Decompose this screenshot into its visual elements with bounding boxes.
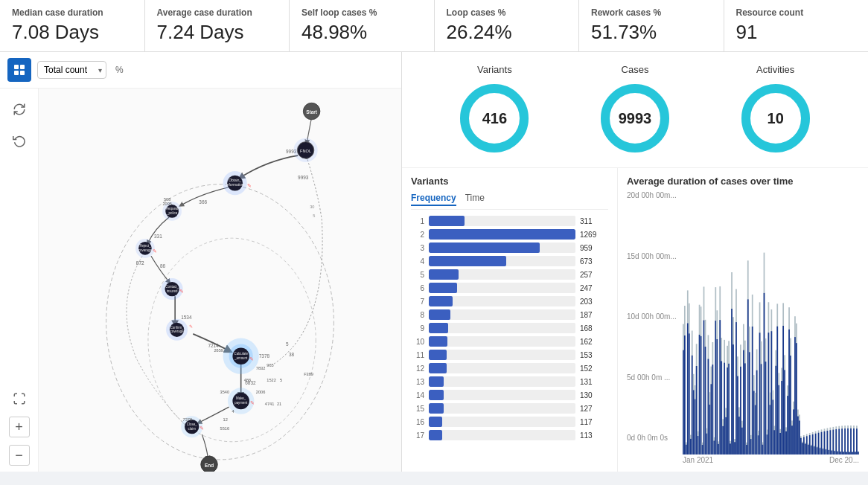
x-axis: Jan 2021Dec 20... bbox=[683, 456, 859, 464]
zoom-in-btn[interactable]: + bbox=[9, 417, 30, 437]
variant-row[interactable]: 4 673 bbox=[411, 256, 608, 266]
variant-row[interactable]: 8 187 bbox=[411, 309, 608, 320]
variant-num: 17 bbox=[411, 431, 424, 440]
svg-rect-323 bbox=[852, 452, 853, 455]
svg-rect-141 bbox=[718, 444, 719, 455]
variant-bar-wrap bbox=[429, 390, 575, 400]
variants-list: 1 311 2 1269 3 959 4 673 5 bbox=[411, 216, 608, 464]
svg-rect-123 bbox=[705, 347, 706, 455]
variant-row[interactable]: 2 1269 bbox=[411, 229, 608, 240]
svg-text:Confirm_: Confirm_ bbox=[170, 326, 184, 330]
tab-frequency[interactable]: Frequency bbox=[411, 193, 456, 206]
svg-rect-309 bbox=[841, 428, 843, 455]
variant-row[interactable]: 11 153 bbox=[411, 350, 608, 360]
metric-dropdown-wrap[interactable]: Total count bbox=[37, 61, 106, 79]
svg-rect-225 bbox=[779, 433, 781, 455]
variant-bar-wrap bbox=[429, 417, 575, 427]
variant-row[interactable]: 9 168 bbox=[411, 323, 608, 333]
svg-rect-261 bbox=[806, 436, 808, 455]
variant-count: 168 bbox=[580, 324, 608, 333]
svg-text:✎: ✎ bbox=[189, 324, 193, 329]
metric-label: Rework cases % bbox=[591, 7, 712, 18]
svg-text:2095: 2095 bbox=[162, 202, 172, 206]
svg-text:✎: ✎ bbox=[247, 182, 252, 189]
duration-title: Average duration of cases over time bbox=[627, 176, 859, 187]
svg-rect-243 bbox=[793, 409, 794, 455]
svg-text:7378: 7378 bbox=[259, 353, 270, 359]
cases-donut: 9993 bbox=[598, 81, 672, 155]
zoom-out-btn[interactable]: − bbox=[9, 445, 30, 466]
tab-time[interactable]: Time bbox=[465, 193, 485, 206]
variant-bar bbox=[429, 350, 447, 360]
metric-dropdown[interactable]: Total count bbox=[37, 61, 106, 79]
metric-card-loop_cases_%: Loop cases % 26.24% bbox=[435, 0, 580, 51]
variant-count: 130 bbox=[580, 391, 608, 399]
svg-rect-283 bbox=[823, 449, 824, 455]
variant-row[interactable]: 13 131 bbox=[411, 376, 608, 387]
variant-row[interactable]: 3 959 bbox=[411, 242, 608, 253]
svg-rect-303 bbox=[837, 452, 838, 455]
svg-text:4: 4 bbox=[232, 409, 234, 414]
svg-rect-239 bbox=[790, 356, 791, 455]
svg-text:✎: ✎ bbox=[200, 425, 204, 431]
svg-text:✎: ✎ bbox=[153, 248, 157, 254]
svg-rect-241 bbox=[791, 425, 793, 455]
variant-row[interactable]: 5 257 bbox=[411, 269, 608, 280]
variant-row[interactable]: 6 247 bbox=[411, 283, 608, 293]
variant-bar-wrap bbox=[429, 242, 575, 253]
bars-container bbox=[683, 191, 859, 455]
table-icon-btn[interactable] bbox=[7, 58, 31, 82]
variant-num: 13 bbox=[411, 378, 424, 386]
svg-rect-205 bbox=[765, 362, 767, 455]
refresh1-btn[interactable] bbox=[7, 97, 31, 121]
svg-rect-197 bbox=[759, 333, 761, 455]
main-content: Total count % bbox=[0, 52, 868, 472]
variant-row[interactable]: 16 117 bbox=[411, 417, 608, 427]
svg-rect-207 bbox=[767, 434, 768, 455]
svg-rect-327 bbox=[855, 452, 856, 455]
svg-text:21: 21 bbox=[277, 402, 281, 406]
svg-rect-325 bbox=[853, 428, 855, 455]
svg-text:_amount: _amount bbox=[234, 356, 248, 360]
variant-bar-wrap bbox=[429, 283, 575, 293]
variant-row[interactable]: 1 311 bbox=[411, 216, 608, 226]
metric-card-median_case_duration: Median case duration 7.08 Days bbox=[0, 0, 145, 51]
variant-num: 16 bbox=[411, 418, 424, 426]
variant-num: 15 bbox=[411, 405, 424, 413]
svg-text:12: 12 bbox=[223, 417, 228, 422]
variant-row[interactable]: 12 152 bbox=[411, 363, 608, 373]
svg-text:Reject_: Reject_ bbox=[139, 244, 150, 248]
variant-row[interactable]: 17 113 bbox=[411, 430, 608, 440]
svg-text:insured: insured bbox=[167, 289, 178, 293]
svg-text:Start: Start bbox=[306, 109, 317, 115]
svg-rect-315 bbox=[846, 452, 847, 455]
variant-row[interactable]: 7 203 bbox=[411, 296, 608, 306]
svg-rect-117 bbox=[701, 336, 702, 455]
svg-rect-317 bbox=[847, 428, 849, 455]
variant-row[interactable]: 10 162 bbox=[411, 336, 608, 347]
fit-btn[interactable] bbox=[9, 388, 30, 409]
variant-row[interactable]: 14 130 bbox=[411, 390, 608, 400]
svg-rect-95 bbox=[684, 335, 686, 455]
metric-card-rework_cases_%: Rework cases % 51.73% bbox=[579, 0, 724, 51]
svg-text:486: 486 bbox=[244, 378, 251, 382]
svg-rect-213 bbox=[771, 331, 773, 455]
variants-donut: 416 bbox=[457, 81, 532, 155]
refresh2-btn[interactable] bbox=[7, 129, 31, 152]
summary-section: Variants 416 Cases 9993 bbox=[402, 52, 868, 168]
svg-rect-105 bbox=[692, 356, 693, 455]
svg-text:4741: 4741 bbox=[265, 402, 275, 406]
svg-rect-289 bbox=[827, 431, 829, 455]
svg-rect-245 bbox=[794, 337, 796, 455]
variant-bar bbox=[429, 430, 442, 440]
svg-rect-153 bbox=[727, 367, 728, 455]
variant-num: 3 bbox=[411, 244, 424, 252]
variant-row[interactable]: 15 127 bbox=[411, 403, 608, 414]
svg-rect-299 bbox=[834, 451, 835, 455]
svg-text:Make_: Make_ bbox=[236, 396, 246, 400]
variant-bar-wrap bbox=[429, 363, 575, 373]
variant-num: 7 bbox=[411, 298, 424, 306]
svg-rect-223 bbox=[778, 385, 779, 455]
variant-bar-wrap bbox=[429, 323, 575, 333]
svg-rect-145 bbox=[721, 361, 722, 455]
